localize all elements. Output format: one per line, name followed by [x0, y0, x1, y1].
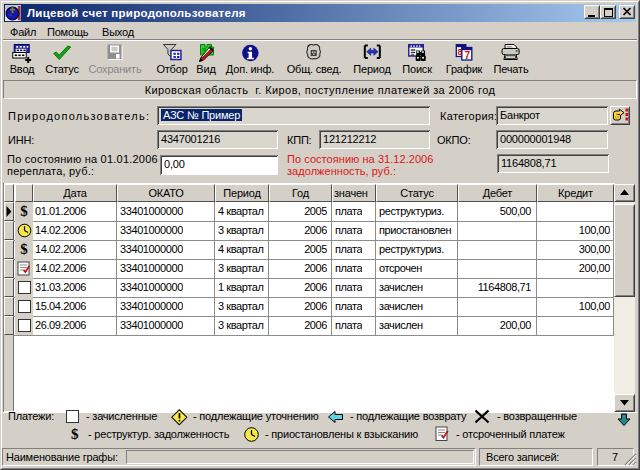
svg-text:7: 7 [465, 50, 471, 61]
